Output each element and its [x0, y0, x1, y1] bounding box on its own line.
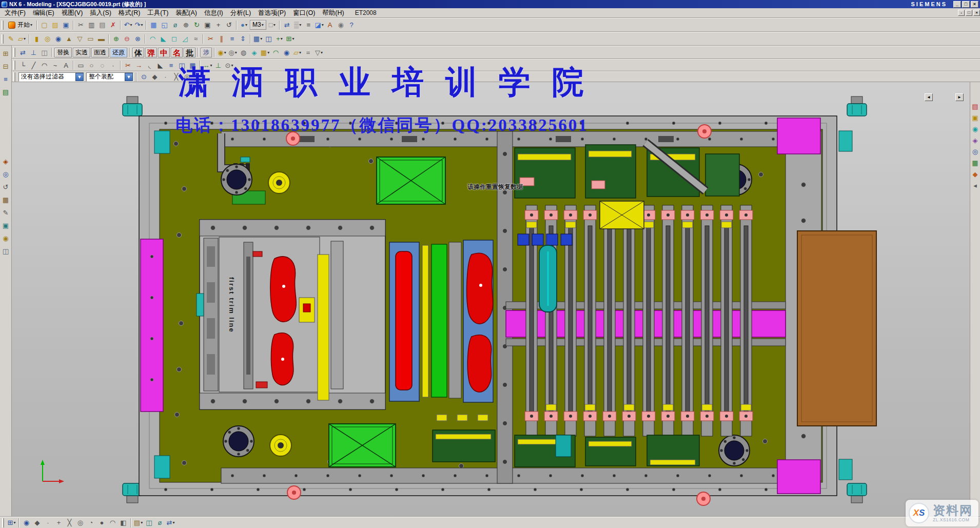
open-file[interactable]: ▨: [50, 19, 61, 30]
toolbar-grip[interactable]: [2, 34, 4, 44]
zoom[interactable]: ⊕: [181, 19, 191, 30]
constraint-navigator[interactable]: ⊟: [1, 61, 11, 72]
sketch[interactable]: ✎: [6, 33, 16, 44]
dropdown-arrow-icon[interactable]: ▾: [260, 36, 262, 41]
copy[interactable]: ▥: [86, 19, 97, 30]
revolve[interactable]: ◎: [42, 33, 53, 44]
macro-name-button[interactable]: 名: [171, 48, 183, 57]
point[interactable]: ·: [108, 60, 119, 71]
save-file[interactable]: ▣: [61, 19, 71, 30]
pocket[interactable]: ▽: [74, 33, 85, 44]
unite[interactable]: ⊕: [111, 33, 122, 44]
view-triad[interactable]: [41, 460, 64, 483]
scenes-tab[interactable]: ◆: [971, 168, 980, 180]
solid-translucency-button[interactable]: 实透: [73, 48, 90, 57]
minimize-button[interactable]: _: [953, 1, 961, 8]
touch-tab[interactable]: ◉: [971, 123, 980, 134]
replace-button[interactable]: 替换: [54, 48, 72, 57]
menu-help[interactable]: 帮助(H): [319, 9, 347, 17]
toolbar-grip[interactable]: [2, 518, 4, 527]
doc-minimize-button[interactable]: -: [958, 10, 965, 16]
dropdown-arrow-icon[interactable]: ▾: [322, 23, 324, 27]
arc[interactable]: ◠: [39, 60, 50, 71]
offset-face[interactable]: ≡: [227, 33, 238, 44]
quick-extend[interactable]: →: [133, 60, 144, 71]
snap-midpoint[interactable]: ·: [43, 517, 53, 528]
dropdown-arrow-icon[interactable]: ▾: [299, 50, 301, 55]
snap-endpoint[interactable]: ◆: [32, 517, 43, 528]
new-file[interactable]: ▢: [39, 19, 50, 30]
maximize-button[interactable]: □: [962, 1, 970, 8]
palette-tab[interactable]: ◈: [971, 134, 980, 146]
extrude[interactable]: ▮: [31, 33, 42, 44]
show-hide[interactable]: ◎▾: [227, 47, 238, 58]
fit-view[interactable]: ▣: [202, 19, 213, 30]
reuse-library[interactable]: ▤: [1, 87, 11, 97]
snapshot[interactable]: ◉: [336, 19, 346, 30]
menu-analysis[interactable]: 分析(L): [227, 9, 254, 17]
selection-scope-dropdown[interactable]: 整个装配 ▼: [86, 72, 133, 82]
view-section[interactable]: ◪▾: [314, 19, 325, 30]
dropdown-arrow-icon[interactable]: ▾: [267, 50, 269, 55]
thread[interactable]: ≈: [190, 33, 201, 44]
object-filter[interactable]: ▽▾: [313, 47, 324, 58]
snap-point-on-curve[interactable]: ◠: [107, 517, 118, 528]
end-point-snap[interactable]: ◆: [149, 71, 160, 82]
pad[interactable]: ▭: [85, 33, 96, 44]
edit-object-display[interactable]: ◉▾: [217, 47, 227, 58]
expressions[interactable]: =: [303, 47, 313, 58]
remember-constraints[interactable]: ◫: [39, 47, 50, 58]
menu-edit[interactable]: 编辑(E): [29, 9, 58, 17]
dropdown-arrow-icon[interactable]: ▾: [130, 23, 132, 27]
screen-split[interactable]: ▦: [148, 19, 159, 30]
edge-blend-2[interactable]: ◠: [270, 47, 281, 58]
snap-point-on-face[interactable]: ◧: [118, 517, 129, 528]
snap-quadrant[interactable]: ◔: [86, 517, 96, 528]
quick-trim[interactable]: ✂: [123, 60, 133, 71]
paste[interactable]: ▤: [97, 19, 108, 30]
edge-blend[interactable]: ◠: [147, 33, 158, 44]
dropdown-arrow-icon[interactable]: ▾: [13, 520, 15, 525]
intersection-snap[interactable]: ╳: [171, 71, 182, 82]
die-assembly-model[interactable]: first trim line: [12, 82, 970, 517]
circle[interactable]: ○: [86, 60, 97, 71]
scale-body[interactable]: ⇕: [238, 33, 248, 44]
intersect[interactable]: ⊗: [132, 33, 143, 44]
ellipse[interactable]: ◌: [97, 60, 108, 71]
toolbar-grip[interactable]: [13, 61, 15, 70]
toolbar-grip[interactable]: [13, 48, 15, 57]
chamfer-curve[interactable]: ◣: [155, 60, 166, 71]
navigator-tab[interactable]: ▤: [971, 101, 980, 112]
snap-control-point[interactable]: +: [53, 517, 64, 528]
menu-tools[interactable]: 工具(T): [144, 9, 172, 17]
measure-distance[interactable]: ø: [170, 19, 181, 30]
render-style[interactable]: M3▾: [250, 20, 266, 30]
horizontal-scrollbar[interactable]: ◄ ►: [924, 93, 964, 101]
help[interactable]: ?: [346, 19, 357, 30]
toolbar-grip[interactable]: [13, 72, 15, 82]
dropdown-arrow-icon[interactable]: ▾: [172, 520, 174, 525]
dropdown-arrow-icon[interactable]: ▾: [210, 63, 212, 68]
pattern-object[interactable]: ▒▾: [292, 19, 303, 30]
menu-preferences[interactable]: 首选项(P): [254, 9, 289, 17]
selection-scope[interactable]: ⊞▾: [6, 517, 17, 528]
snap-settings[interactable]: ⊙▾: [224, 60, 234, 71]
macro-batch-button[interactable]: 批: [184, 48, 195, 57]
materials-tab[interactable]: ▦: [971, 157, 980, 168]
hole[interactable]: ◉: [53, 33, 64, 44]
quadrant-snap[interactable]: ◔: [192, 71, 203, 82]
roles-tab[interactable]: ▣: [971, 112, 980, 123]
datum-plane[interactable]: ▱▾: [16, 33, 27, 44]
dropdown-arrow-icon[interactable]: ▾: [299, 23, 301, 27]
wave-geometry-linker[interactable]: ◈: [249, 47, 260, 58]
layer-settings[interactable]: ≡: [303, 19, 314, 30]
pattern-feature[interactable]: ▦▾: [252, 33, 263, 44]
fillet[interactable]: ◟: [144, 60, 155, 71]
refresh-view[interactable]: ↻: [191, 19, 202, 30]
pattern-face[interactable]: ▦▾: [260, 47, 270, 58]
datum-plane-2[interactable]: ▱▾: [292, 47, 303, 58]
dropdown-arrow-icon[interactable]: ▾: [321, 50, 323, 55]
boss[interactable]: ▲: [64, 33, 74, 44]
draft[interactable]: ◿: [180, 33, 190, 44]
snap-intersection[interactable]: ╳: [64, 517, 75, 528]
